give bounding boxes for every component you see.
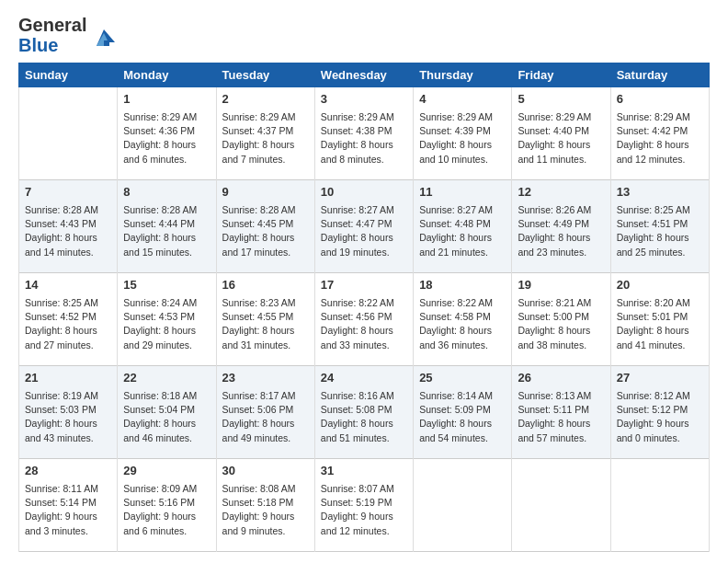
calendar-page: General Blue Sunday Monday Tuesday Wedne… [0, 0, 728, 563]
cell-daylight: Daylight: 8 hours and 25 minutes. [617, 231, 703, 259]
cell-sunset: Sunset: 5:14 PM [25, 496, 111, 510]
cell-daylight: Daylight: 8 hours and 49 minutes. [222, 417, 309, 444]
cell-day-number: 24 [321, 370, 407, 387]
calendar-cell [414, 459, 512, 552]
cell-sunrise: Sunrise: 8:29 AM [518, 110, 604, 124]
calendar-cell: 20Sunrise: 8:20 AMSunset: 5:01 PMDayligh… [610, 273, 709, 366]
cell-daylight: Daylight: 8 hours and 7 minutes. [222, 138, 309, 166]
cell-sunrise: Sunrise: 8:22 AM [321, 296, 407, 310]
cell-day-number: 3 [321, 91, 407, 109]
cell-day-number: 21 [25, 370, 111, 387]
cell-day-number: 25 [419, 370, 506, 387]
calendar-cell: 18Sunrise: 8:22 AMSunset: 4:58 PMDayligh… [414, 273, 512, 366]
calendar-cell: 25Sunrise: 8:14 AMSunset: 5:09 PMDayligh… [414, 366, 512, 459]
calendar-cell: 23Sunrise: 8:17 AMSunset: 5:06 PMDayligh… [216, 366, 314, 459]
cell-sunset: Sunset: 4:36 PM [123, 124, 210, 138]
cell-daylight: Daylight: 8 hours and 17 minutes. [222, 231, 309, 259]
cell-sunrise: Sunrise: 8:29 AM [321, 110, 407, 124]
cell-day-number: 9 [222, 184, 309, 201]
calendar-cell: 5Sunrise: 8:29 AMSunset: 4:40 PMDaylight… [512, 87, 610, 180]
cell-day-number: 14 [25, 277, 111, 294]
cell-day-number: 27 [617, 370, 703, 387]
cell-daylight: Daylight: 8 hours and 29 minutes. [123, 324, 210, 351]
cell-daylight: Daylight: 8 hours and 51 minutes. [321, 417, 407, 444]
cell-daylight: Daylight: 8 hours and 46 minutes. [123, 417, 210, 444]
calendar-cell: 4Sunrise: 8:29 AMSunset: 4:39 PMDaylight… [414, 87, 512, 180]
cell-sunrise: Sunrise: 8:28 AM [123, 203, 210, 217]
cell-daylight: Daylight: 8 hours and 8 minutes. [321, 138, 407, 166]
cell-daylight: Daylight: 8 hours and 54 minutes. [419, 417, 506, 444]
calendar-cell: 10Sunrise: 8:27 AMSunset: 4:47 PMDayligh… [314, 180, 413, 273]
cell-sunset: Sunset: 5:16 PM [123, 496, 210, 510]
cell-day-number: 13 [617, 184, 703, 201]
cell-sunrise: Sunrise: 8:12 AM [617, 389, 703, 403]
cell-sunset: Sunset: 5:00 PM [518, 310, 604, 324]
cell-sunset: Sunset: 4:38 PM [321, 124, 407, 138]
cell-sunset: Sunset: 4:40 PM [518, 124, 604, 138]
cell-sunrise: Sunrise: 8:24 AM [123, 296, 210, 310]
cell-sunset: Sunset: 4:47 PM [321, 217, 407, 231]
calendar-cell: 22Sunrise: 8:18 AMSunset: 5:04 PMDayligh… [118, 366, 216, 459]
cell-sunset: Sunset: 5:12 PM [617, 403, 703, 417]
cell-day-number: 6 [617, 91, 703, 109]
cell-sunrise: Sunrise: 8:29 AM [419, 110, 506, 124]
cell-day-number: 17 [321, 277, 407, 294]
cell-sunset: Sunset: 4:42 PM [617, 124, 703, 138]
cell-day-number: 2 [222, 91, 309, 109]
cell-day-number: 15 [123, 277, 210, 294]
cell-daylight: Daylight: 9 hours and 12 minutes. [321, 510, 407, 537]
calendar-cell [19, 87, 118, 180]
col-saturday: Saturday [610, 63, 709, 87]
cell-daylight: Daylight: 9 hours and 6 minutes. [123, 510, 210, 537]
logo-line1: General [18, 15, 86, 35]
cell-day-number: 20 [617, 277, 703, 294]
calendar-cell: 29Sunrise: 8:09 AMSunset: 5:16 PMDayligh… [118, 459, 216, 552]
cell-sunrise: Sunrise: 8:13 AM [518, 389, 604, 403]
cell-sunrise: Sunrise: 8:19 AM [25, 389, 111, 403]
cell-day-number: 23 [222, 370, 309, 387]
col-wednesday: Wednesday [314, 63, 413, 87]
cell-sunset: Sunset: 4:53 PM [123, 310, 210, 324]
cell-sunrise: Sunrise: 8:16 AM [321, 389, 407, 403]
cell-sunset: Sunset: 5:11 PM [518, 403, 604, 417]
calendar-cell: 1Sunrise: 8:29 AMSunset: 4:36 PMDaylight… [118, 87, 216, 180]
calendar-cell: 7Sunrise: 8:28 AMSunset: 4:43 PMDaylight… [19, 180, 118, 273]
cell-sunset: Sunset: 5:19 PM [321, 496, 407, 510]
logo-line2: Blue [18, 35, 86, 55]
cell-day-number: 30 [222, 463, 309, 480]
cell-day-number: 22 [123, 370, 210, 387]
col-sunday: Sunday [19, 63, 118, 87]
cell-sunrise: Sunrise: 8:14 AM [419, 389, 506, 403]
cell-day-number: 12 [518, 184, 604, 201]
cell-day-number: 29 [123, 463, 210, 480]
calendar-cell: 2Sunrise: 8:29 AMSunset: 4:37 PMDaylight… [216, 87, 314, 180]
cell-daylight: Daylight: 8 hours and 41 minutes. [617, 324, 703, 351]
cell-sunrise: Sunrise: 8:27 AM [419, 203, 506, 217]
cell-daylight: Daylight: 8 hours and 21 minutes. [419, 231, 506, 259]
calendar-cell: 3Sunrise: 8:29 AMSunset: 4:38 PMDaylight… [314, 87, 413, 180]
cell-day-number: 16 [222, 277, 309, 294]
logo-icon [89, 24, 119, 53]
cell-daylight: Daylight: 8 hours and 33 minutes. [321, 324, 407, 351]
cell-sunrise: Sunrise: 8:29 AM [123, 110, 210, 124]
cell-daylight: Daylight: 8 hours and 19 minutes. [321, 231, 407, 259]
calendar-cell: 27Sunrise: 8:12 AMSunset: 5:12 PMDayligh… [610, 366, 709, 459]
cell-sunset: Sunset: 4:44 PM [123, 217, 210, 231]
cell-day-number: 4 [419, 91, 506, 109]
header: General Blue [18, 15, 710, 55]
calendar-cell: 11Sunrise: 8:27 AMSunset: 4:48 PMDayligh… [414, 180, 512, 273]
cell-sunset: Sunset: 5:09 PM [419, 403, 506, 417]
cell-sunrise: Sunrise: 8:29 AM [222, 110, 309, 124]
calendar-cell: 6Sunrise: 8:29 AMSunset: 4:42 PMDaylight… [610, 87, 709, 180]
cell-daylight: Daylight: 8 hours and 36 minutes. [419, 324, 506, 351]
calendar-cell: 28Sunrise: 8:11 AMSunset: 5:14 PMDayligh… [19, 459, 118, 552]
cell-sunrise: Sunrise: 8:09 AM [123, 482, 210, 496]
col-friday: Friday [512, 63, 610, 87]
calendar-cell: 21Sunrise: 8:19 AMSunset: 5:03 PMDayligh… [19, 366, 118, 459]
cell-sunrise: Sunrise: 8:20 AM [617, 296, 703, 310]
cell-sunset: Sunset: 4:52 PM [25, 310, 111, 324]
cell-daylight: Daylight: 9 hours and 0 minutes. [617, 417, 703, 444]
cell-sunset: Sunset: 4:39 PM [419, 124, 506, 138]
cell-sunrise: Sunrise: 8:08 AM [222, 482, 309, 496]
cell-sunrise: Sunrise: 8:23 AM [222, 296, 309, 310]
